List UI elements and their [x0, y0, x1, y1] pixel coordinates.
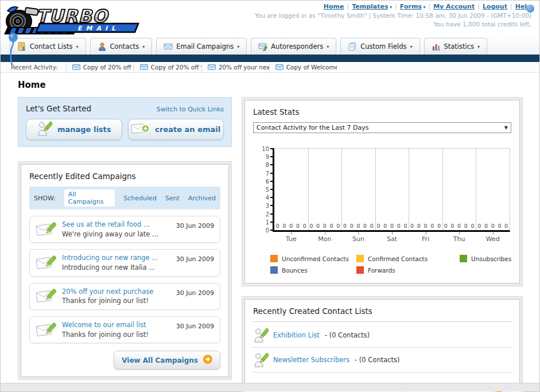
campaign-row[interactable]: Welcome to our email listThanks for join… — [29, 316, 220, 343]
stats-period-dropdown[interactable]: Contact Activity for the Last 7 Days ▼ — [253, 122, 511, 133]
envelope-icon — [72, 64, 80, 70]
statistics-icon — [432, 42, 441, 51]
recent-activity-item[interactable]: Copy of Welcome to — [269, 62, 337, 72]
contacts-icon — [98, 42, 107, 51]
chart-data-label: 0 — [471, 223, 475, 229]
footer-strip — [1, 383, 539, 391]
chart-data-label: 0 — [491, 223, 495, 229]
chart-x-tick-label: Thu — [453, 235, 465, 243]
chart-data-label: 0 — [383, 223, 387, 229]
chart-data-label: 0 — [296, 223, 300, 229]
chart-data-label: 0 — [330, 223, 333, 229]
top-nav-link-logout[interactable]: Logout — [483, 3, 507, 10]
custom-fields-icon — [348, 42, 357, 51]
turbo-email-logo-graphic: TURBO EMAIL — [4, 3, 147, 35]
dropdown-caret-icon: ▾ — [422, 5, 426, 10]
tab-statistics[interactable]: Statistics▾ — [424, 38, 488, 55]
campaign-title-link[interactable]: Welcome to our email list — [62, 320, 170, 330]
chart-data-label: 0 — [309, 223, 313, 229]
chart-y-tick-label: 0 — [266, 227, 269, 234]
contact-list-row[interactable]: Exhibition List - (0 Contacts) — [253, 323, 511, 348]
stats-chart-legend: Unconfirmed ContactsConfirmed ContactsUn… — [270, 255, 511, 274]
tab-email-campaigns[interactable]: Email Campaigns▾ — [156, 38, 247, 55]
filter-all-campaigns[interactable]: All Campaigns — [64, 189, 115, 207]
tab-contacts[interactable]: Contacts▾ — [90, 38, 153, 55]
campaign-title-link[interactable]: Introducing our new range ... — [62, 253, 170, 263]
stats-title: Latest Stats — [253, 107, 511, 117]
campaign-row[interactable]: Introducing our new range ...Introducing… — [29, 249, 220, 276]
contact-lists-panel: Recently Created Contact Lists Exhibitio… — [244, 299, 520, 392]
autoresponders-icon — [258, 42, 267, 51]
create-an-email-button[interactable]: create an email — [128, 119, 224, 140]
legend-item: Unconfirmed Contacts — [270, 255, 356, 262]
chart-y-tick — [270, 230, 274, 231]
chart-y-tick — [270, 156, 274, 157]
tab-label: Custom Fields — [360, 42, 406, 51]
chart-data-label: 0 — [437, 223, 441, 229]
chart-y-tick-label: 5 — [266, 187, 269, 193]
recent-activity-item[interactable]: 20% off your next p — [201, 62, 269, 72]
contact-list-row[interactable]: Newsletter Subscribers - (0 Contacts) — [253, 348, 511, 372]
tab-custom-fields[interactable]: Custom Fields▾ — [340, 38, 419, 55]
legend-swatch — [460, 255, 467, 262]
chart-data-label: 0 — [343, 223, 347, 229]
turbo-email-logo: TURBO EMAIL — [4, 3, 147, 35]
chart-data-label: 0 — [457, 223, 461, 229]
contact-list-link[interactable]: Exhibition List — [273, 331, 320, 339]
chart-y-tick-label: 9 — [266, 154, 269, 160]
person-pencil-icon — [253, 328, 268, 343]
campaign-title-link[interactable]: 20% off your next purchase — [62, 287, 170, 297]
chart-x-tick-label: Tue — [286, 235, 297, 243]
recent-activity-item-label: 20% off your next p — [219, 64, 269, 71]
chart-x-tick-label: Mon — [318, 235, 331, 243]
chart-data-label: 0 — [276, 223, 279, 229]
get-started-panel: Let's Get Started Switch to Quick Links … — [18, 97, 232, 147]
recent-activity-item[interactable]: Copy of 20% off yo — [66, 62, 134, 72]
recent-activity-item[interactable]: Copy of 20% off yo — [134, 62, 201, 72]
campaign-row[interactable]: 20% off your next purchaseThanks for joi… — [29, 283, 220, 310]
legend-item: Bounces — [270, 266, 356, 274]
filter-archived[interactable]: Archived — [188, 195, 216, 202]
contact-list-link[interactable]: Newsletter Subscribers — [273, 356, 349, 364]
tab-autoresponders[interactable]: Autoresponders▾ — [251, 38, 336, 55]
top-nav-link-home[interactable]: Home — [324, 3, 344, 10]
campaign-date: 30 Jun 2009 — [176, 222, 214, 230]
view-all-campaigns-button[interactable]: View All Campaigns — [114, 351, 220, 370]
filter-sent[interactable]: Sent — [165, 195, 180, 202]
header: TURBO EMAIL Home|Templates ▾|Forms ▾|My … — [1, 1, 539, 36]
legend-item: Forwards — [356, 266, 460, 274]
chart-y-tick-label: 2 — [266, 211, 269, 217]
top-nav-link-forms[interactable]: Forms — [400, 3, 422, 10]
dropdown-caret-icon: ▾ — [389, 5, 393, 10]
stats-period-value: Contact Activity for the Last 7 Days — [257, 124, 368, 131]
svg-text:EMAIL: EMAIL — [77, 25, 119, 32]
chart-gridline — [409, 149, 409, 230]
campaign-date: 30 Jun 2009 — [176, 323, 214, 330]
switch-to-quick-links-link[interactable]: Switch to Quick Links — [157, 106, 224, 113]
campaign-title-link[interactable]: See us at the retail food ... — [62, 220, 170, 230]
stats-panel: Latest Stats Contact Activity for the La… — [244, 100, 520, 284]
contact-lists-title: Recently Created Contact Lists — [253, 306, 511, 316]
chart-x-tick — [459, 232, 460, 235]
chart-data-label: 0 — [390, 223, 394, 229]
envelope-pencil-icon — [36, 321, 56, 339]
chart-data-label: 0 — [477, 223, 481, 229]
manage-lists-button[interactable]: manage lists — [26, 119, 122, 140]
top-nav-link-my-account[interactable]: My Account — [433, 3, 475, 10]
chart-x-tick-label: Fri — [422, 235, 429, 243]
chart-y-tick — [270, 173, 274, 174]
envelope-icon — [208, 64, 216, 70]
credits-info: You have 1,000 total credits left. — [255, 21, 531, 28]
chart-y-tick-label: 6 — [266, 178, 269, 184]
chart-y-tick — [270, 205, 274, 206]
chart-data-label: 0 — [450, 223, 454, 229]
top-nav-link-templates[interactable]: Templates — [352, 3, 388, 10]
person-pencil-icon — [37, 121, 52, 138]
chart-x-tick-label: Wed — [486, 235, 500, 243]
chevron-down-icon: ▾ — [142, 44, 145, 49]
chart-x-tick — [426, 232, 426, 235]
campaign-row[interactable]: See us at the retail food ...We're givin… — [29, 216, 220, 243]
envelope-pencil-icon — [36, 221, 56, 238]
filter-scheduled[interactable]: Scheduled — [123, 195, 157, 202]
navy-divider-bar — [1, 55, 539, 62]
